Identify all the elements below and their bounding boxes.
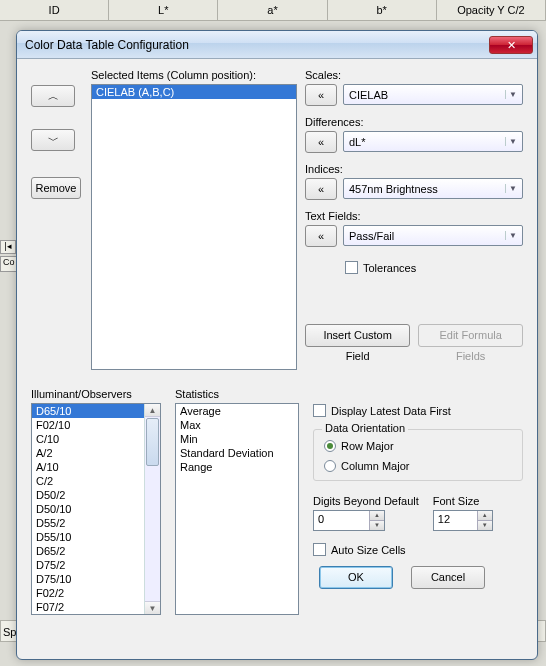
add-difference-button[interactable]: « — [305, 131, 337, 153]
list-item[interactable]: D75/2 — [32, 558, 144, 572]
titlebar[interactable]: Color Data Table Configuration ✕ — [17, 31, 537, 59]
tolerances-checkbox[interactable]: Tolerances — [345, 261, 523, 274]
indices-value: 457nm Brightness — [349, 183, 505, 195]
checkbox-icon — [313, 543, 326, 556]
list-item[interactable]: A/2 — [32, 446, 144, 460]
dropdown-icon: ▼ — [505, 90, 520, 99]
statistics-label: Statistics — [175, 388, 299, 400]
checkbox-icon — [345, 261, 358, 274]
indices-label: Indices: — [305, 163, 523, 175]
illuminant-list[interactable]: D65/10 F02/10 C/10 A/2 A/10 C/2 D50/2 D5… — [32, 404, 144, 614]
double-chevron-left-icon: « — [318, 136, 324, 148]
spin-up-icon[interactable]: ▲ — [477, 511, 492, 521]
ok-button[interactable]: OK — [319, 566, 393, 589]
list-item[interactable]: A/10 — [32, 460, 144, 474]
bg-header-l[interactable]: L* — [109, 0, 218, 20]
list-item[interactable]: D50/2 — [32, 488, 144, 502]
tolerances-label: Tolerances — [363, 262, 416, 274]
indices-combo[interactable]: 457nm Brightness ▼ — [343, 178, 523, 199]
close-button[interactable]: ✕ — [489, 36, 533, 54]
scales-value: CIELAB — [349, 89, 505, 101]
bg-nav-first-icon[interactable]: |◂ — [0, 240, 16, 254]
scrollbar-thumb[interactable] — [146, 418, 159, 466]
illuminant-scrollbar[interactable]: ▲ ▼ — [144, 404, 160, 614]
list-item[interactable]: Average — [176, 404, 298, 418]
add-index-button[interactable]: « — [305, 178, 337, 200]
spin-down-icon[interactable]: ▼ — [477, 521, 492, 530]
illuminant-label: Illuminant/Observers — [31, 388, 161, 400]
edit-formula-fields-button[interactable]: Edit Formula Fields — [418, 324, 523, 347]
list-item[interactable]: D65/2 — [32, 544, 144, 558]
checkbox-icon — [313, 404, 326, 417]
add-textfield-button[interactable]: « — [305, 225, 337, 247]
display-latest-label: Display Latest Data First — [331, 405, 451, 417]
differences-combo[interactable]: dL* ▼ — [343, 131, 523, 152]
bg-header-b[interactable]: b* — [328, 0, 437, 20]
bg-header-id[interactable]: ID — [0, 0, 109, 20]
auto-size-label: Auto Size Cells — [331, 544, 406, 556]
remove-button[interactable]: Remove — [31, 177, 81, 199]
dropdown-icon: ▼ — [505, 137, 520, 146]
list-item[interactable]: C/2 — [32, 474, 144, 488]
list-item[interactable]: F07/2 — [32, 600, 144, 614]
insert-custom-field-button[interactable]: Insert Custom Field — [305, 324, 410, 347]
scales-combo[interactable]: CIELAB ▼ — [343, 84, 523, 105]
digits-spinner[interactable]: 0 ▲▼ — [313, 510, 385, 531]
digits-value[interactable]: 0 — [314, 511, 369, 530]
fontsize-value[interactable]: 12 — [434, 511, 477, 530]
double-chevron-left-icon: « — [318, 89, 324, 101]
list-item[interactable]: D50/10 — [32, 502, 144, 516]
list-item[interactable]: Min — [176, 432, 298, 446]
digits-label: Digits Beyond Default — [313, 495, 419, 507]
move-down-button[interactable]: ﹀ — [31, 129, 75, 151]
dropdown-icon: ▼ — [505, 231, 520, 240]
scales-label: Scales: — [305, 69, 523, 81]
column-major-label: Column Major — [341, 460, 409, 472]
differences-value: dL* — [349, 136, 505, 148]
scroll-down-icon[interactable]: ▼ — [145, 601, 160, 614]
close-icon: ✕ — [507, 39, 516, 51]
differences-label: Differences: — [305, 116, 523, 128]
list-item[interactable]: C/10 — [32, 432, 144, 446]
spin-down-icon[interactable]: ▼ — [369, 521, 384, 530]
statistics-list[interactable]: Average Max Min Standard Deviation Range — [175, 403, 299, 615]
add-scale-button[interactable]: « — [305, 84, 337, 106]
list-item[interactable]: D55/2 — [32, 516, 144, 530]
auto-size-cells-checkbox[interactable]: Auto Size Cells — [313, 543, 523, 556]
textfields-combo[interactable]: Pass/Fail ▼ — [343, 225, 523, 246]
scroll-up-icon[interactable]: ▲ — [145, 404, 160, 417]
textfields-label: Text Fields: — [305, 210, 523, 222]
list-item[interactable]: Max — [176, 418, 298, 432]
selected-items-list[interactable]: CIELAB (A,B,C) — [91, 84, 297, 370]
double-chevron-left-icon: « — [318, 230, 324, 242]
column-major-radio[interactable]: Column Major — [324, 460, 512, 472]
list-item[interactable]: Range — [176, 460, 298, 474]
dialog-color-data-table-config: Color Data Table Configuration ✕ ︿ ﹀ Rem… — [16, 30, 538, 660]
chevron-up-icon: ︿ — [48, 90, 59, 102]
data-orientation-group: Data Orientation Row Major Column Major — [313, 429, 523, 481]
fontsize-spinner[interactable]: 12 ▲▼ — [433, 510, 493, 531]
list-item[interactable]: D55/10 — [32, 530, 144, 544]
bg-header-row: ID L* a* b* Opacity Y C/2 — [0, 0, 546, 21]
chevron-down-icon: ﹀ — [48, 134, 59, 146]
spin-up-icon[interactable]: ▲ — [369, 511, 384, 521]
double-chevron-left-icon: « — [318, 183, 324, 195]
list-item[interactable]: F02/2 — [32, 586, 144, 600]
selected-item[interactable]: CIELAB (A,B,C) — [92, 85, 296, 99]
list-item[interactable]: D65/10 — [32, 404, 144, 418]
selected-items-label: Selected Items (Column position): — [91, 69, 297, 81]
move-up-button[interactable]: ︿ — [31, 85, 75, 107]
dialog-title: Color Data Table Configuration — [25, 38, 489, 52]
radio-icon — [324, 460, 336, 472]
list-item[interactable]: F02/10 — [32, 418, 144, 432]
data-orientation-legend: Data Orientation — [322, 422, 408, 434]
row-major-radio[interactable]: Row Major — [324, 440, 512, 452]
list-item[interactable]: D75/10 — [32, 572, 144, 586]
list-item[interactable]: Standard Deviation — [176, 446, 298, 460]
bg-header-a[interactable]: a* — [218, 0, 327, 20]
radio-icon — [324, 440, 336, 452]
display-latest-checkbox[interactable]: Display Latest Data First — [313, 404, 523, 417]
bg-header-opacity[interactable]: Opacity Y C/2 — [437, 0, 546, 20]
cancel-button[interactable]: Cancel — [411, 566, 485, 589]
dropdown-icon: ▼ — [505, 184, 520, 193]
